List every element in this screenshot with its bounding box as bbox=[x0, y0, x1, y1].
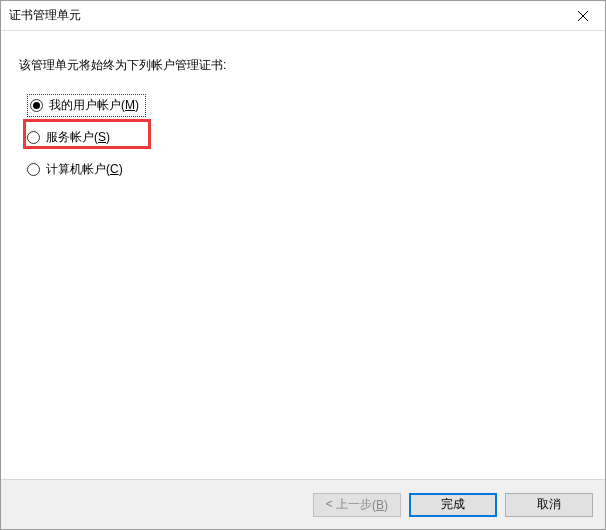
radio-indicator bbox=[27, 163, 40, 176]
dialog-footer: < 上一步(B) 完成 取消 bbox=[1, 479, 605, 529]
window-title: 证书管理单元 bbox=[9, 7, 81, 24]
radio-service-account[interactable]: 服务帐户(S) bbox=[27, 126, 591, 148]
cancel-button[interactable]: 取消 bbox=[505, 493, 593, 517]
dialog-body: 该管理单元将始终为下列帐户管理证书: 我的用户帐户(M) 服务帐户(S) bbox=[1, 31, 605, 479]
radio-my-user-account[interactable]: 我的用户帐户(M) bbox=[27, 94, 591, 116]
account-radio-group: 我的用户帐户(M) 服务帐户(S) 计算机帐户(C) bbox=[19, 94, 591, 180]
close-button[interactable] bbox=[560, 1, 605, 30]
finish-button[interactable]: 完成 bbox=[409, 493, 497, 517]
titlebar: 证书管理单元 bbox=[1, 1, 605, 31]
close-icon bbox=[578, 11, 588, 21]
radio-focus-rect: 我的用户帐户(M) bbox=[27, 94, 146, 117]
radio-computer-account[interactable]: 计算机帐户(C) bbox=[27, 158, 591, 180]
back-button: < 上一步(B) bbox=[313, 493, 401, 517]
radio-indicator bbox=[27, 131, 40, 144]
radio-indicator bbox=[30, 99, 43, 112]
prompt-text: 该管理单元将始终为下列帐户管理证书: bbox=[19, 57, 591, 74]
radio-label: 我的用户帐户(M) bbox=[49, 97, 139, 114]
dialog-window: 证书管理单元 该管理单元将始终为下列帐户管理证书: 我的用户帐户(M) bbox=[0, 0, 606, 530]
radio-label: 服务帐户(S) bbox=[46, 129, 110, 146]
radio-label: 计算机帐户(C) bbox=[46, 161, 123, 178]
